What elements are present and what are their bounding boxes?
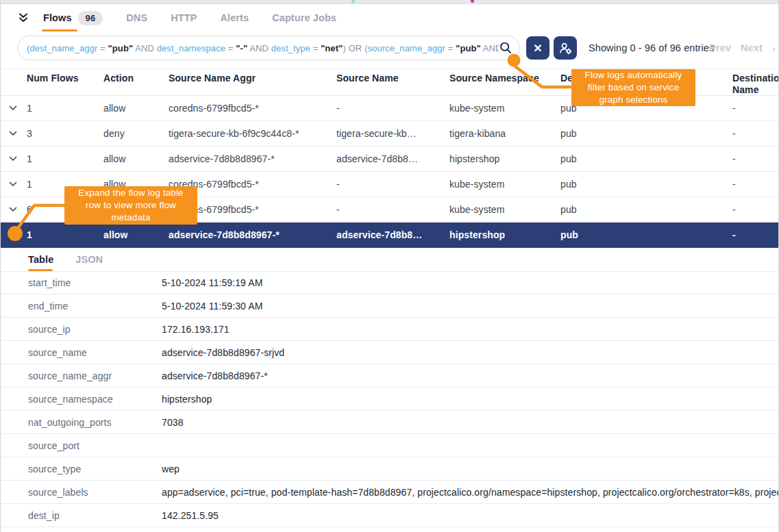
query-segment: AND [247, 43, 271, 53]
query-segment: "pub" [456, 43, 481, 53]
detail-value: adservice-7d8b8d8967-* [162, 370, 778, 381]
cell-destination-name-aggr: pub [560, 179, 732, 190]
query-segment: dest_namespace [157, 43, 225, 53]
detail-key: source_port [28, 440, 162, 451]
detail-row: source_port [1, 434, 778, 457]
query-segment: dest_type [271, 43, 310, 53]
background-graph-dot [471, 0, 474, 3]
detail-key: source_labels [28, 487, 162, 498]
query-segment: = [445, 43, 456, 53]
column-header-num-flows: Num Flows [27, 73, 103, 84]
next-page-button[interactable]: Next [741, 42, 763, 53]
query-segment: "-" [236, 43, 247, 53]
detail-row: nat_outgoing_ports 7038 [1, 411, 778, 434]
detail-key: source_type [28, 464, 162, 474]
cell-num-flows: 1 [27, 153, 103, 164]
cell-source-name: - [336, 179, 449, 190]
cell-source-namespace: hipstershop [449, 229, 560, 240]
expand-row-chevron-icon[interactable] [9, 207, 27, 212]
tab-detail-table[interactable]: Table [28, 248, 53, 271]
tab-detail-json[interactable]: JSON [75, 248, 103, 271]
tab-count-badge: 96 [78, 11, 103, 25]
cell-destination-name: - [732, 128, 778, 139]
detail-value: 142.251.5.95 [162, 510, 778, 521]
expand-row-chevron-icon[interactable] [9, 105, 27, 111]
cell-action: deny [103, 128, 169, 139]
column-header-action: Action [103, 73, 169, 84]
detail-key: source_namespace [28, 394, 162, 405]
cell-destination-name: - [732, 103, 778, 114]
cell-destination-name: - [732, 204, 778, 215]
prev-page-button[interactable]: Prev [709, 42, 731, 53]
cell-source-namespace: kube-system [449, 204, 560, 215]
tab-label: Flows [43, 12, 72, 23]
column-header-source-namespace: Source Namespace [449, 73, 560, 84]
detail-row: source_labels app=adservice, pci=true, p… [1, 481, 778, 504]
background-graph-marks: // [351, 0, 360, 3]
pagination: ‹ Prev Next › [696, 31, 776, 64]
column-header-source-name-aggr: Source Name Aggr [169, 73, 336, 84]
detail-value: 5-10-2024 11:59:30 AM [162, 301, 778, 312]
detail-row: end_time 5-10-2024 11:59:30 AM [1, 294, 778, 318]
expand-row-chevron-icon[interactable] [9, 131, 27, 136]
entries-count-label: Showing 0 - 96 of 96 entries [589, 31, 714, 64]
query-segment: "net" [321, 43, 343, 53]
detail-key: end_time [28, 301, 162, 312]
tab-alerts[interactable]: Alerts [217, 4, 251, 31]
column-header-destination-name: Destination Name [732, 73, 778, 96]
filter-query-text: (dest_name_aggr = "pub" AND dest_namespa… [18, 37, 499, 60]
detail-value: adservice-7d8b8d8967-srjvd [162, 347, 778, 358]
query-segment: (source_name_aggr [364, 43, 445, 53]
expand-row-chevron-icon[interactable] [9, 181, 27, 187]
tab-dns[interactable]: DNS [123, 4, 150, 31]
query-segment: AND [481, 43, 499, 53]
tab-capture-jobs[interactable]: Capture Jobs [269, 4, 339, 31]
flow-table-row[interactable]: 3 deny tigera-secure-kb-6f9c9c44c8-* tig… [1, 121, 778, 147]
clear-filter-button[interactable]: ✕ [526, 36, 549, 60]
query-segment: OR [349, 43, 364, 53]
prev-chevron-icon: ‹ [696, 42, 700, 54]
detail-key: source_name [28, 347, 162, 358]
cell-destination-name-aggr: pub [560, 229, 732, 240]
cell-action: allow [103, 153, 169, 164]
detail-key: source_name_aggr [28, 370, 162, 381]
cell-source-name: tigera-secure-kb… [336, 128, 449, 139]
query-segment: "pub" [108, 43, 134, 53]
tab-label: Alerts [220, 12, 249, 23]
cell-num-flows: 1 [27, 103, 103, 114]
cell-source-namespace: tigera-kibana [449, 128, 560, 139]
flow-log-tab-bar: Flows 96 DNS HTTP Alerts Capture Jobs [1, 4, 778, 31]
column-header-source-name: Source Name [336, 73, 449, 84]
detail-value: wep [162, 464, 778, 474]
tooltip-expand-note: Expand the flow log table row to view mo… [64, 186, 197, 225]
query-segment: AND [133, 43, 156, 53]
cell-source-name-aggr: adservice-7d8b8d8967-* [169, 153, 336, 164]
flow-table-row[interactable]: 1 allow adservice-7d8b8d8967-* adservice… [1, 223, 778, 248]
cell-source-namespace: hipstershop [449, 153, 560, 164]
detail-row: source_namespace hipstershop [1, 388, 778, 411]
background-sliver: // [1, 0, 778, 4]
filter-query-input[interactable]: (dest_name_aggr = "pub" AND dest_namespa… [17, 36, 520, 60]
detail-value: app=adservice, pci=true, pod-template-ha… [162, 487, 778, 498]
flow-table-row[interactable]: 1 allow adservice-7d8b8d8967-* adservice… [1, 147, 778, 172]
search-icon[interactable] [499, 36, 519, 60]
detail-row: start_time 5-10-2024 11:59:19 AM [1, 271, 778, 294]
cell-source-name: - [336, 204, 449, 215]
flow-table-body: 1 allow coredns-6799fbcd5-* - kube-syste… [1, 96, 778, 248]
collapse-panel-icon[interactable] [16, 10, 31, 25]
expand-row-chevron-icon[interactable] [9, 156, 27, 162]
expand-row-chevron-icon[interactable] [9, 232, 27, 238]
detail-key: nat_outgoing_ports [28, 417, 162, 428]
tab-flows[interactable]: Flows 96 [40, 4, 106, 31]
query-segment: = [225, 43, 236, 53]
cell-action: allow [103, 103, 169, 114]
detail-key: dest_ip [28, 510, 162, 521]
user-settings-button[interactable] [554, 36, 577, 60]
cell-destination-name: - [732, 179, 778, 190]
detail-key: start_time [28, 277, 162, 288]
flow-detail-tab-bar: Table JSON [1, 248, 778, 271]
tab-http[interactable]: HTTP [168, 4, 199, 31]
cell-source-name: adservice-7d8b8… [336, 153, 449, 164]
detail-row: source_name adservice-7d8b8d8967-srjvd [1, 341, 778, 364]
tab-label: Capture Jobs [272, 12, 336, 23]
